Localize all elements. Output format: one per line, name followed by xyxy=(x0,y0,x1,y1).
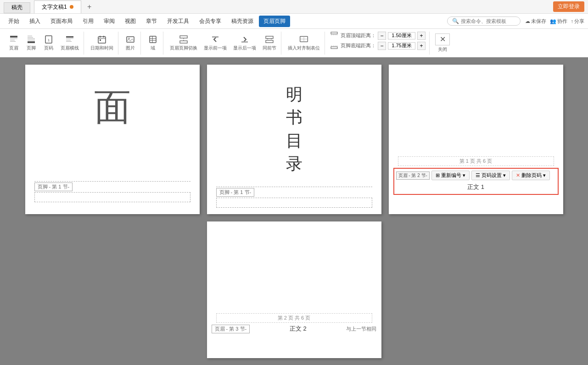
tab-dev[interactable]: 开发工具 xyxy=(162,16,194,27)
margin-bottom-input[interactable] xyxy=(388,42,415,50)
share-action[interactable]: ↑ 分享 xyxy=(571,18,585,25)
footer-switch-button[interactable]: 页眉页脚切换 xyxy=(167,33,200,54)
margin-top-label: 页眉顶端距离： xyxy=(341,32,376,39)
svg-rect-31 xyxy=(266,36,273,39)
renumber-icon: ⊞ xyxy=(436,172,440,178)
renumber-button[interactable]: ⊞ 重新编号 ▾ xyxy=(431,171,470,180)
datetime-group: 日期和时间 xyxy=(86,32,118,55)
page-1-right-content: 明 书 目 录 xyxy=(207,65,381,185)
tab-layout[interactable]: 页面布局 xyxy=(46,16,77,27)
link-prev-label: 与上一节相同 xyxy=(346,326,376,332)
collab-label: 协作 xyxy=(557,18,567,25)
save-action[interactable]: ☁ 未保存 xyxy=(525,18,546,25)
domain-label: 域 xyxy=(151,45,155,51)
collab-icon: 👥 xyxy=(550,18,556,24)
footer-input-1[interactable] xyxy=(34,192,190,202)
svg-text:1: 1 xyxy=(48,38,50,42)
domain-button[interactable]: 域 xyxy=(145,33,161,54)
search-input[interactable] xyxy=(461,18,516,24)
footer-center-text-2: 正文 1 xyxy=(396,182,556,192)
align-tab-button[interactable]: 插入对齐制表位 xyxy=(285,33,323,54)
svg-rect-20 xyxy=(127,37,134,42)
svg-rect-15 xyxy=(98,37,106,43)
show-next-button[interactable]: 显示后一项 xyxy=(230,33,259,54)
share-label: 分享 xyxy=(574,18,584,25)
add-tab-button[interactable]: + xyxy=(85,2,94,11)
svg-rect-2 xyxy=(10,40,15,40)
page-settings-button[interactable]: ☰ 页码设置 ▾ xyxy=(471,171,510,180)
share-icon: ↑ xyxy=(571,18,574,24)
tab-header-footer[interactable]: 页眉页脚 xyxy=(259,16,290,27)
margin-bottom-minus[interactable]: − xyxy=(378,42,386,50)
svg-rect-1 xyxy=(10,39,17,39)
search-icon: 🔍 xyxy=(452,18,459,24)
close-group: ✕ 关闭 xyxy=(431,33,454,54)
svg-rect-5 xyxy=(28,37,33,38)
settings-icon: ☰ xyxy=(476,172,480,178)
svg-point-21 xyxy=(128,38,130,39)
footer-switch-group: 页眉页脚切换 显示前一项 显示后一项 同前节 xyxy=(165,32,281,55)
margin-top-minus[interactable]: − xyxy=(378,32,386,40)
svg-rect-29 xyxy=(212,36,218,38)
tab-start[interactable]: 开始 xyxy=(4,16,24,27)
footer-label-1: 页脚 - 第 1 节- xyxy=(34,182,73,191)
same-prev-label: 同前节 xyxy=(263,45,276,51)
footer-input-1r[interactable] xyxy=(216,198,372,208)
page-num-bar-2: 第 1 页 共 6 页 xyxy=(398,156,554,166)
svg-rect-11 xyxy=(66,36,73,38)
save-label: 未保存 xyxy=(531,18,546,25)
tab-review[interactable]: 审阅 xyxy=(99,16,119,27)
pagenum-label: 页码 xyxy=(44,45,53,51)
hline-button[interactable]: 页眉横线 xyxy=(58,33,82,54)
header-button[interactable]: 页眉 xyxy=(6,33,22,54)
header-label: 页眉 xyxy=(9,45,18,51)
close-button[interactable]: ✕ xyxy=(435,33,450,45)
doc-tab[interactable]: 文字文稿1 xyxy=(34,0,81,13)
cloud-icon: ☁ xyxy=(525,18,530,24)
domain-icon xyxy=(148,35,157,44)
margin-bottom-icon xyxy=(330,42,338,50)
toc-char-4: 录 xyxy=(216,152,372,175)
margin-bottom-plus[interactable]: + xyxy=(417,42,426,50)
tab-references[interactable]: 引用 xyxy=(78,16,98,27)
tab-resources[interactable]: 稿壳资源 xyxy=(227,16,258,27)
footer-selected-region[interactable]: 页眉 - 第 2 节- ⊞ 重新编号 ▾ ☰ 页码设置 ▾ ✕ 删除页码 ▾ 正… xyxy=(393,168,559,195)
app-tab[interactable]: 稿壳 xyxy=(4,2,30,13)
same-prev-button[interactable]: 同前节 xyxy=(260,33,279,54)
toolbar: 页眉 页脚 1 页码 页眉横线 日期和时间 图片 域 xyxy=(0,29,588,57)
image-button[interactable]: 图片 xyxy=(122,33,139,54)
tab-insert[interactable]: 插入 xyxy=(25,16,45,27)
footer-toolbar: 页眉 - 第 2 节- ⊞ 重新编号 ▾ ☰ 页码设置 ▾ ✕ 删除页码 ▾ xyxy=(396,171,556,180)
svg-rect-32 xyxy=(266,40,273,43)
svg-rect-40 xyxy=(331,47,337,49)
settings-dropdown-icon: ▾ xyxy=(503,172,506,178)
svg-rect-27 xyxy=(180,41,187,43)
margin-top-input[interactable] xyxy=(388,32,415,39)
margin-top-control: 页眉顶端距离： − + xyxy=(330,32,426,40)
page-2-left-content xyxy=(389,65,563,156)
footer-label-3: 页眉 - 第 3 节- xyxy=(212,325,250,333)
ribbon-actions: ☁ 未保存 👥 协作 ↑ 分享 xyxy=(525,18,585,25)
collaborate-action[interactable]: 👥 协作 xyxy=(550,18,567,25)
page-1-left: 面 页脚 - 第 1 节- xyxy=(25,65,200,214)
tab-vip[interactable]: 会员专享 xyxy=(195,16,226,27)
image-group: 图片 xyxy=(120,32,141,55)
svg-rect-3 xyxy=(10,41,16,42)
pagenum-button[interactable]: 1 页码 xyxy=(40,33,57,54)
tab-view[interactable]: 视图 xyxy=(120,16,140,27)
svg-rect-14 xyxy=(66,41,72,42)
footer-button[interactable]: 页脚 xyxy=(23,33,39,54)
svg-rect-4 xyxy=(28,36,32,36)
login-button[interactable]: 立即登录 xyxy=(553,1,584,12)
datetime-button[interactable]: 日期和时间 xyxy=(88,33,116,54)
margin-top-plus[interactable]: + xyxy=(417,32,426,40)
datetime-icon xyxy=(97,35,106,44)
tab-section[interactable]: 章节 xyxy=(141,16,162,27)
toc-char-2: 书 xyxy=(216,106,372,129)
header-icon xyxy=(9,35,18,44)
search-box[interactable]: 🔍 xyxy=(447,17,521,26)
footer-switch-label: 页眉页脚切换 xyxy=(170,45,197,51)
delete-pagenum-button[interactable]: ✕ 删除页码 ▾ xyxy=(512,171,550,180)
show-next-label: 显示后一项 xyxy=(233,45,256,51)
show-prev-button[interactable]: 显示前一项 xyxy=(201,33,230,54)
